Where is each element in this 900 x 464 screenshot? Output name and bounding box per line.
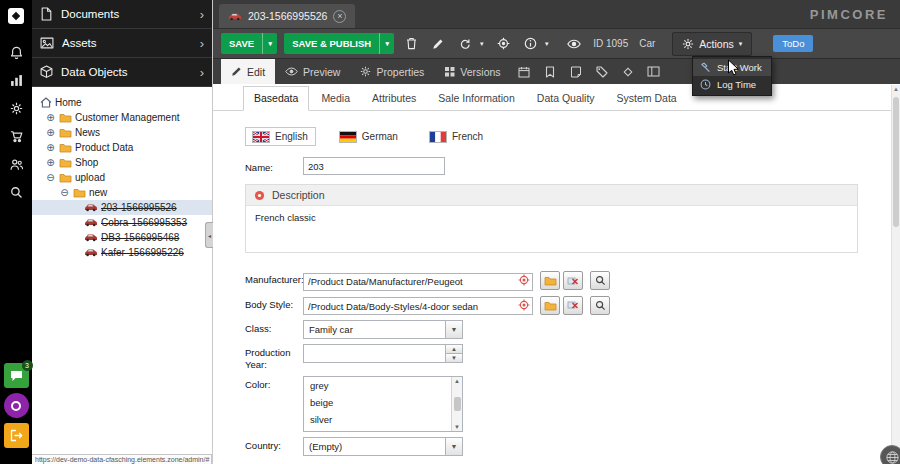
description-header: Description xyxy=(246,185,857,206)
car-icon xyxy=(84,203,98,212)
tab-media[interactable]: Media xyxy=(311,87,360,110)
tree-item-new[interactable]: ⊖ new xyxy=(32,185,212,200)
notifications-icon[interactable] xyxy=(0,38,32,66)
workflow-button[interactable] xyxy=(615,59,641,84)
tab-preview[interactable]: Preview xyxy=(275,59,350,84)
tree-item-customer-management[interactable]: ⊕ Customer Management xyxy=(32,110,212,125)
open-relation-button[interactable] xyxy=(540,271,560,290)
scroll-down-icon[interactable]: ▼ xyxy=(454,424,460,430)
lang-tab-german[interactable]: German xyxy=(332,127,406,146)
schedule-button[interactable] xyxy=(511,59,537,84)
tab-data-quality[interactable]: Data Quality xyxy=(527,87,605,110)
color-multiselect[interactable]: grey beige silver ▲ ▼ xyxy=(303,376,463,432)
info-button[interactable] xyxy=(520,33,540,55)
open-relation-button[interactable] xyxy=(540,296,560,315)
tree-item-db3[interactable]: DB3-1566995468 xyxy=(32,230,212,245)
actions-dropdown-caret[interactable]: ▾ xyxy=(739,40,743,48)
tree-item-upload[interactable]: ⊖ upload xyxy=(32,170,212,185)
remove-relation-button[interactable] xyxy=(563,296,583,315)
scroll-thumb[interactable] xyxy=(454,397,461,411)
save-publish-dropdown-caret[interactable]: ▾ xyxy=(379,33,394,54)
production-year-input[interactable] xyxy=(304,345,445,362)
spinner-up-icon[interactable]: ▲ xyxy=(446,345,462,354)
notes-button[interactable] xyxy=(563,59,589,84)
description-body[interactable]: French classic xyxy=(246,206,857,252)
panel-assets[interactable]: Assets › xyxy=(32,29,212,58)
menu-item-log-time[interactable]: Log Time xyxy=(693,76,771,93)
panel-data-objects[interactable]: Data Objects › xyxy=(32,58,212,87)
remove-relation-button[interactable] xyxy=(563,271,583,290)
save-button[interactable]: SAVE ▾ xyxy=(221,33,277,54)
lang-tab-english[interactable]: English xyxy=(245,127,316,146)
ecommerce-cart-icon[interactable] xyxy=(0,122,32,150)
rename-button[interactable] xyxy=(428,33,448,55)
tree-item-shop[interactable]: ⊕ Shop xyxy=(32,155,212,170)
chevron-down-icon[interactable]: ▼ xyxy=(445,321,462,338)
search-relation-button[interactable] xyxy=(590,271,610,290)
tree-item-home[interactable]: Home xyxy=(32,95,212,110)
collapse-icon[interactable]: ⊖ xyxy=(45,173,56,183)
search-icon[interactable] xyxy=(0,178,32,206)
collapse-icon[interactable]: ⊖ xyxy=(59,188,70,198)
reload-button[interactable] xyxy=(455,33,475,55)
close-icon[interactable]: × xyxy=(333,10,346,23)
name-input[interactable] xyxy=(303,157,445,175)
production-year-spinner[interactable]: ▲ ▼ xyxy=(303,344,463,363)
vertical-scrollbar[interactable]: ▲ xyxy=(891,85,900,464)
tree-item-news[interactable]: ⊕ News xyxy=(32,125,212,140)
list-scrollbar[interactable]: ▲ ▼ xyxy=(451,377,462,431)
pimcore-logo-icon[interactable] xyxy=(7,7,25,29)
manufacturer-input[interactable] xyxy=(303,273,533,291)
tab-attributes[interactable]: Attributes xyxy=(362,87,426,110)
bookmark-button[interactable] xyxy=(537,59,563,84)
scroll-thumb[interactable] xyxy=(893,97,899,227)
focus-mode-icon[interactable] xyxy=(4,393,29,418)
color-option-silver[interactable]: silver xyxy=(304,411,462,428)
chevron-down-icon[interactable]: ▼ xyxy=(445,438,462,455)
scroll-up-icon[interactable]: ▲ xyxy=(892,86,900,92)
layout-button[interactable] xyxy=(641,59,667,84)
tab-sale-information[interactable]: Sale Information xyxy=(428,87,524,110)
info-dropdown-caret[interactable]: ▾ xyxy=(542,40,551,48)
logout-icon[interactable] xyxy=(4,423,29,448)
chat-icon[interactable]: 3 xyxy=(4,363,29,388)
open-preview-button[interactable] xyxy=(564,33,584,55)
actions-button[interactable]: Actions ▾ xyxy=(672,32,752,56)
tab-system-data[interactable]: System Data xyxy=(607,87,687,110)
color-option-grey[interactable]: grey xyxy=(304,377,462,394)
save-dropdown-caret[interactable]: ▾ xyxy=(262,33,277,54)
class-select[interactable]: Family car ▼ xyxy=(303,320,463,339)
lang-tab-french[interactable]: French xyxy=(422,127,491,146)
globe-icon[interactable] xyxy=(880,445,900,464)
panel-documents[interactable]: Documents › xyxy=(32,0,212,29)
save-publish-button[interactable]: SAVE & PUBLISH ▾ xyxy=(284,33,394,54)
expand-icon[interactable]: ⊕ xyxy=(45,143,56,153)
tags-button[interactable] xyxy=(589,59,615,84)
country-select[interactable]: (Empty) ▼ xyxy=(303,437,463,456)
body-style-input[interactable] xyxy=(303,297,533,315)
tree-item-kafer[interactable]: Kafer-1566995226 xyxy=(32,245,212,260)
sidebar-collapse-handle[interactable]: ◂ xyxy=(205,222,213,248)
tree-item-product-data[interactable]: ⊕ Product Data xyxy=(32,140,212,155)
reports-icon[interactable] xyxy=(0,66,32,94)
tree-item-cobra[interactable]: Cobra-1566995353 xyxy=(32,215,212,230)
spinner-down-icon[interactable]: ▼ xyxy=(446,354,462,362)
expand-icon[interactable]: ⊕ xyxy=(45,128,56,138)
delete-button[interactable] xyxy=(401,33,421,55)
settings-icon[interactable] xyxy=(0,94,32,122)
locate-in-tree-button[interactable] xyxy=(493,33,513,55)
color-option-beige[interactable]: beige xyxy=(304,394,462,411)
expand-icon[interactable]: ⊕ xyxy=(45,158,56,168)
tab-basedata[interactable]: Basedata xyxy=(243,86,309,111)
chevron-right-icon: › xyxy=(200,37,204,50)
tab-properties[interactable]: Properties xyxy=(350,59,434,84)
search-relation-button[interactable] xyxy=(590,296,610,315)
object-tab-203[interactable]: 203-1566995526 × xyxy=(219,4,355,28)
tab-versions[interactable]: Versions xyxy=(434,59,510,84)
tree-item-203-selected[interactable]: 203-1566995526 xyxy=(32,200,212,215)
customers-icon[interactable] xyxy=(0,150,32,178)
scroll-up-icon[interactable]: ▲ xyxy=(454,378,460,384)
tab-edit[interactable]: Edit xyxy=(221,59,275,84)
expand-icon[interactable]: ⊕ xyxy=(45,113,56,123)
reload-dropdown-caret[interactable]: ▾ xyxy=(477,40,486,48)
